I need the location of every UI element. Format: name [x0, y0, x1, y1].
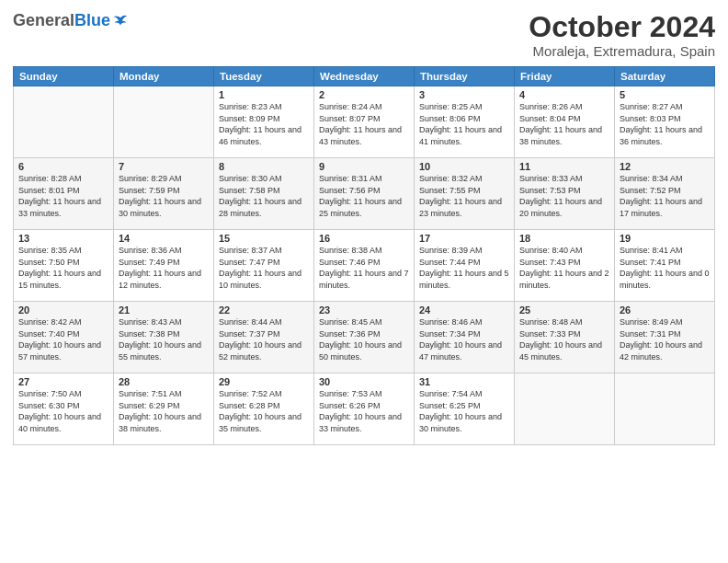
- calendar-cell: 22Sunrise: 8:44 AM Sunset: 7:37 PM Dayli…: [214, 302, 314, 373]
- calendar-cell: 30Sunrise: 7:53 AM Sunset: 6:26 PM Dayli…: [314, 373, 415, 445]
- day-number: 14: [119, 233, 209, 244]
- day-info: Sunrise: 8:44 AM Sunset: 7:37 PM Dayligh…: [219, 316, 309, 362]
- col-header-monday: Monday: [114, 67, 214, 86]
- day-number: 15: [219, 233, 309, 244]
- calendar-cell: 31Sunrise: 7:54 AM Sunset: 6:25 PM Dayli…: [415, 373, 515, 445]
- day-info: Sunrise: 7:51 AM Sunset: 6:29 PM Dayligh…: [119, 388, 209, 434]
- col-header-sunday: Sunday: [14, 67, 114, 86]
- day-number: 28: [119, 376, 209, 387]
- day-info: Sunrise: 7:53 AM Sunset: 6:26 PM Dayligh…: [319, 388, 409, 434]
- day-number: 4: [519, 89, 609, 100]
- day-number: 10: [419, 161, 509, 172]
- day-number: 8: [219, 161, 309, 172]
- calendar-cell: 15Sunrise: 8:37 AM Sunset: 7:47 PM Dayli…: [214, 230, 314, 302]
- calendar-cell: 4Sunrise: 8:26 AM Sunset: 8:04 PM Daylig…: [515, 86, 615, 158]
- day-info: Sunrise: 8:29 AM Sunset: 7:59 PM Dayligh…: [119, 173, 209, 219]
- col-header-tuesday: Tuesday: [214, 67, 314, 86]
- calendar-cell: 11Sunrise: 8:33 AM Sunset: 7:53 PM Dayli…: [515, 158, 615, 230]
- calendar-cell: 9Sunrise: 8:31 AM Sunset: 7:56 PM Daylig…: [314, 158, 415, 230]
- day-info: Sunrise: 8:34 AM Sunset: 7:52 PM Dayligh…: [620, 173, 710, 219]
- calendar-cell: 14Sunrise: 8:36 AM Sunset: 7:49 PM Dayli…: [114, 230, 214, 302]
- logo-general: General: [13, 11, 74, 30]
- day-info: Sunrise: 8:28 AM Sunset: 8:01 PM Dayligh…: [18, 173, 108, 219]
- day-number: 18: [519, 233, 609, 244]
- week-row-4: 20Sunrise: 8:42 AM Sunset: 7:40 PM Dayli…: [14, 302, 715, 373]
- day-info: Sunrise: 8:38 AM Sunset: 7:46 PM Dayligh…: [319, 245, 409, 291]
- calendar-cell: 25Sunrise: 8:48 AM Sunset: 7:33 PM Dayli…: [515, 302, 615, 373]
- col-header-wednesday: Wednesday: [314, 67, 415, 86]
- col-header-saturday: Saturday: [615, 67, 715, 86]
- calendar-cell: 29Sunrise: 7:52 AM Sunset: 6:28 PM Dayli…: [214, 373, 314, 445]
- day-info: Sunrise: 8:26 AM Sunset: 8:04 PM Dayligh…: [519, 101, 609, 147]
- calendar-cell: 13Sunrise: 8:35 AM Sunset: 7:50 PM Dayli…: [14, 230, 114, 302]
- week-row-1: 1Sunrise: 8:23 AM Sunset: 8:09 PM Daylig…: [14, 86, 715, 158]
- week-row-2: 6Sunrise: 8:28 AM Sunset: 8:01 PM Daylig…: [14, 158, 715, 230]
- day-number: 16: [319, 233, 409, 244]
- day-info: Sunrise: 8:33 AM Sunset: 7:53 PM Dayligh…: [519, 173, 609, 219]
- day-info: Sunrise: 8:24 AM Sunset: 8:07 PM Dayligh…: [319, 101, 409, 147]
- calendar-cell: 26Sunrise: 8:49 AM Sunset: 7:31 PM Dayli…: [615, 302, 715, 373]
- day-info: Sunrise: 8:40 AM Sunset: 7:43 PM Dayligh…: [519, 245, 609, 291]
- month-title: October 2024: [529, 11, 715, 43]
- day-info: Sunrise: 8:46 AM Sunset: 7:34 PM Dayligh…: [419, 316, 509, 362]
- day-number: 20: [18, 304, 108, 316]
- day-number: 17: [419, 233, 509, 244]
- day-number: 5: [620, 89, 710, 100]
- calendar-cell: 28Sunrise: 7:51 AM Sunset: 6:29 PM Dayli…: [114, 373, 214, 445]
- day-number: 1: [219, 89, 309, 100]
- day-number: 25: [519, 304, 609, 316]
- logo-text: GeneralBlue: [13, 11, 129, 30]
- header: GeneralBlue October 2024 Moraleja, Extre…: [13, 11, 715, 59]
- day-number: 31: [419, 376, 509, 387]
- calendar-cell: [14, 86, 114, 158]
- day-info: Sunrise: 8:27 AM Sunset: 8:03 PM Dayligh…: [620, 101, 710, 147]
- location: Moraleja, Extremadura, Spain: [529, 43, 715, 59]
- day-number: 26: [620, 304, 710, 316]
- week-row-3: 13Sunrise: 8:35 AM Sunset: 7:50 PM Dayli…: [14, 230, 715, 302]
- week-row-5: 27Sunrise: 7:50 AM Sunset: 6:30 PM Dayli…: [14, 373, 715, 445]
- header-row: SundayMondayTuesdayWednesdayThursdayFrid…: [14, 67, 715, 86]
- day-info: Sunrise: 8:39 AM Sunset: 7:44 PM Dayligh…: [419, 245, 509, 291]
- day-info: Sunrise: 8:45 AM Sunset: 7:36 PM Dayligh…: [319, 316, 409, 362]
- calendar-cell: 27Sunrise: 7:50 AM Sunset: 6:30 PM Dayli…: [14, 373, 114, 445]
- day-number: 27: [18, 376, 108, 387]
- title-block: October 2024 Moraleja, Extremadura, Spai…: [529, 11, 715, 59]
- logo-blue: Blue: [74, 11, 110, 30]
- day-info: Sunrise: 8:41 AM Sunset: 7:41 PM Dayligh…: [620, 245, 710, 291]
- calendar-cell: 5Sunrise: 8:27 AM Sunset: 8:03 PM Daylig…: [615, 86, 715, 158]
- calendar-cell: 6Sunrise: 8:28 AM Sunset: 8:01 PM Daylig…: [14, 158, 114, 230]
- calendar-cell: [515, 373, 615, 445]
- day-number: 21: [119, 304, 209, 316]
- day-info: Sunrise: 8:35 AM Sunset: 7:50 PM Dayligh…: [18, 245, 108, 291]
- calendar-cell: 2Sunrise: 8:24 AM Sunset: 8:07 PM Daylig…: [314, 86, 415, 158]
- calendar-cell: 17Sunrise: 8:39 AM Sunset: 7:44 PM Dayli…: [415, 230, 515, 302]
- day-number: 12: [620, 161, 710, 172]
- day-info: Sunrise: 8:36 AM Sunset: 7:49 PM Dayligh…: [119, 245, 209, 291]
- calendar-cell: [615, 373, 715, 445]
- day-info: Sunrise: 8:42 AM Sunset: 7:40 PM Dayligh…: [18, 316, 108, 362]
- col-header-friday: Friday: [515, 67, 615, 86]
- day-number: 11: [519, 161, 609, 172]
- page: GeneralBlue October 2024 Moraleja, Extre…: [0, 0, 728, 563]
- day-info: Sunrise: 7:54 AM Sunset: 6:25 PM Dayligh…: [419, 388, 509, 434]
- calendar-cell: 10Sunrise: 8:32 AM Sunset: 7:55 PM Dayli…: [415, 158, 515, 230]
- day-number: 3: [419, 89, 509, 100]
- day-info: Sunrise: 7:50 AM Sunset: 6:30 PM Dayligh…: [18, 388, 108, 434]
- calendar-table: SundayMondayTuesdayWednesdayThursdayFrid…: [13, 66, 715, 445]
- day-info: Sunrise: 7:52 AM Sunset: 6:28 PM Dayligh…: [219, 388, 309, 434]
- day-number: 19: [620, 233, 710, 244]
- day-info: Sunrise: 8:31 AM Sunset: 7:56 PM Dayligh…: [319, 173, 409, 219]
- calendar-cell: 19Sunrise: 8:41 AM Sunset: 7:41 PM Dayli…: [615, 230, 715, 302]
- calendar-cell: 7Sunrise: 8:29 AM Sunset: 7:59 PM Daylig…: [114, 158, 214, 230]
- day-number: 13: [18, 233, 108, 244]
- col-header-thursday: Thursday: [415, 67, 515, 86]
- day-info: Sunrise: 8:25 AM Sunset: 8:06 PM Dayligh…: [419, 101, 509, 147]
- calendar-cell: [114, 86, 214, 158]
- day-number: 22: [219, 304, 309, 316]
- logo-bird-icon: [112, 13, 129, 29]
- calendar-cell: 8Sunrise: 8:30 AM Sunset: 7:58 PM Daylig…: [214, 158, 314, 230]
- calendar-cell: 24Sunrise: 8:46 AM Sunset: 7:34 PM Dayli…: [415, 302, 515, 373]
- calendar-cell: 21Sunrise: 8:43 AM Sunset: 7:38 PM Dayli…: [114, 302, 214, 373]
- day-number: 23: [319, 304, 409, 316]
- calendar-cell: 12Sunrise: 8:34 AM Sunset: 7:52 PM Dayli…: [615, 158, 715, 230]
